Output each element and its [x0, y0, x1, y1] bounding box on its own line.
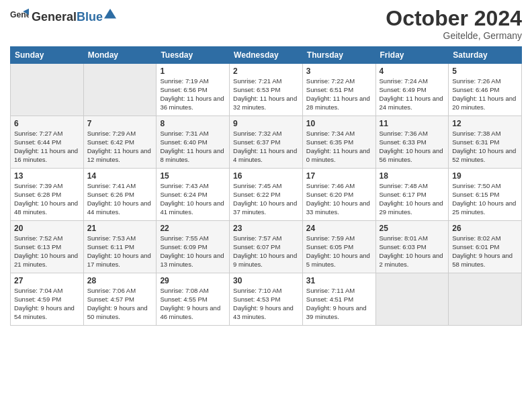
- cell-text: Sunrise: 7:46 AM Sunset: 6:20 PM Dayligh…: [306, 182, 372, 216]
- day-header-tuesday: Tuesday: [157, 47, 230, 64]
- day-number: 20: [14, 224, 80, 233]
- cell-text: Sunrise: 7:24 AM Sunset: 6:49 PM Dayligh…: [380, 77, 445, 111]
- week-row-5: 27Sunrise: 7:04 AM Sunset: 4:59 PM Dayli…: [11, 273, 522, 326]
- day-number: 9: [233, 119, 299, 128]
- day-header-monday: Monday: [83, 47, 157, 64]
- cell-text: Sunrise: 7:32 AM Sunset: 6:37 PM Dayligh…: [233, 130, 299, 164]
- table-cell: 18Sunrise: 7:48 AM Sunset: 6:17 PM Dayli…: [375, 169, 449, 221]
- day-header-saturday: Saturday: [449, 47, 522, 64]
- cell-text: Sunrise: 7:53 AM Sunset: 6:11 PM Dayligh…: [87, 234, 153, 269]
- day-number: 16: [233, 171, 299, 181]
- table-cell: 21Sunrise: 7:53 AM Sunset: 6:11 PM Dayli…: [83, 221, 157, 273]
- table-cell: 2Sunrise: 7:21 AM Sunset: 6:53 PM Daylig…: [230, 64, 303, 116]
- cell-text: Sunrise: 7:29 AM Sunset: 6:42 PM Dayligh…: [87, 130, 153, 164]
- cell-text: Sunrise: 7:38 AM Sunset: 6:31 PM Dayligh…: [452, 130, 518, 164]
- table-cell: 29Sunrise: 7:08 AM Sunset: 4:55 PM Dayli…: [157, 273, 230, 326]
- table-cell: 27Sunrise: 7:04 AM Sunset: 4:59 PM Dayli…: [11, 273, 84, 326]
- table-cell: 15Sunrise: 7:43 AM Sunset: 6:24 PM Dayli…: [157, 169, 230, 221]
- day-number: 17: [306, 171, 372, 181]
- table-cell: [375, 273, 449, 326]
- day-number: 26: [452, 224, 518, 233]
- day-number: 28: [87, 276, 153, 285]
- table-cell: 17Sunrise: 7:46 AM Sunset: 6:20 PM Dayli…: [302, 169, 375, 221]
- calendar-header-row: SundayMondayTuesdayWednesdayThursdayFrid…: [11, 47, 522, 64]
- day-number: 24: [306, 224, 372, 233]
- day-number: 22: [160, 224, 226, 233]
- logo-blue: Blue: [77, 10, 103, 24]
- day-number: 1: [160, 66, 226, 76]
- table-cell: 25Sunrise: 8:01 AM Sunset: 6:03 PM Dayli…: [375, 221, 449, 273]
- day-header-wednesday: Wednesday: [230, 47, 303, 64]
- day-number: 30: [233, 276, 299, 285]
- subtitle: Geitelde, Germany: [386, 30, 522, 41]
- table-cell: [11, 64, 84, 116]
- day-header-sunday: Sunday: [11, 47, 84, 64]
- cell-text: Sunrise: 7:39 AM Sunset: 6:28 PM Dayligh…: [14, 182, 80, 216]
- table-cell: 3Sunrise: 7:22 AM Sunset: 6:51 PM Daylig…: [302, 64, 375, 116]
- day-number: 12: [452, 119, 518, 128]
- day-number: 3: [306, 66, 372, 76]
- table-cell: [449, 273, 522, 326]
- week-row-2: 6Sunrise: 7:27 AM Sunset: 6:44 PM Daylig…: [11, 116, 522, 169]
- cell-text: Sunrise: 7:36 AM Sunset: 6:33 PM Dayligh…: [380, 130, 445, 164]
- day-header-thursday: Thursday: [302, 47, 375, 64]
- table-cell: 8Sunrise: 7:31 AM Sunset: 6:40 PM Daylig…: [157, 116, 230, 169]
- day-number: 29: [160, 276, 226, 285]
- day-number: 6: [14, 119, 80, 128]
- cell-text: Sunrise: 7:27 AM Sunset: 6:44 PM Dayligh…: [14, 130, 80, 164]
- week-row-3: 13Sunrise: 7:39 AM Sunset: 6:28 PM Dayli…: [11, 169, 522, 221]
- cell-text: Sunrise: 7:31 AM Sunset: 6:40 PM Dayligh…: [160, 130, 226, 164]
- table-cell: 22Sunrise: 7:55 AM Sunset: 6:09 PM Dayli…: [157, 221, 230, 273]
- cell-text: Sunrise: 7:21 AM Sunset: 6:53 PM Dayligh…: [233, 77, 299, 111]
- day-number: 7: [87, 119, 153, 128]
- week-row-1: 1Sunrise: 7:19 AM Sunset: 6:56 PM Daylig…: [11, 64, 522, 116]
- table-cell: 5Sunrise: 7:26 AM Sunset: 6:46 PM Daylig…: [449, 64, 522, 116]
- cell-text: Sunrise: 7:19 AM Sunset: 6:56 PM Dayligh…: [160, 77, 226, 111]
- table-cell: 30Sunrise: 7:10 AM Sunset: 4:53 PM Dayli…: [230, 273, 303, 326]
- table-cell: 9Sunrise: 7:32 AM Sunset: 6:37 PM Daylig…: [230, 116, 303, 169]
- day-number: 10: [306, 119, 372, 128]
- cell-text: Sunrise: 8:02 AM Sunset: 6:01 PM Dayligh…: [452, 234, 518, 269]
- day-number: 19: [452, 171, 518, 181]
- table-cell: 4Sunrise: 7:24 AM Sunset: 6:49 PM Daylig…: [375, 64, 449, 116]
- day-number: 2: [233, 66, 299, 76]
- cell-text: Sunrise: 7:48 AM Sunset: 6:17 PM Dayligh…: [380, 182, 445, 216]
- table-cell: 28Sunrise: 7:06 AM Sunset: 4:57 PM Dayli…: [83, 273, 157, 326]
- month-title: October 2024: [386, 7, 522, 30]
- header: General General Blue October 2024 Geitel…: [10, 7, 522, 41]
- day-number: 5: [452, 66, 518, 76]
- week-row-4: 20Sunrise: 7:52 AM Sunset: 6:13 PM Dayli…: [11, 221, 522, 273]
- day-number: 27: [14, 276, 80, 285]
- cell-text: Sunrise: 7:10 AM Sunset: 4:53 PM Dayligh…: [233, 287, 299, 321]
- day-number: 18: [380, 171, 445, 181]
- day-number: 25: [380, 224, 445, 233]
- table-cell: 26Sunrise: 8:02 AM Sunset: 6:01 PM Dayli…: [449, 221, 522, 273]
- table-cell: [83, 64, 157, 116]
- table-cell: 11Sunrise: 7:36 AM Sunset: 6:33 PM Dayli…: [375, 116, 449, 169]
- table-cell: 20Sunrise: 7:52 AM Sunset: 6:13 PM Dayli…: [11, 221, 84, 273]
- table-cell: 12Sunrise: 7:38 AM Sunset: 6:31 PM Dayli…: [449, 116, 522, 169]
- logo-general: General: [32, 10, 77, 24]
- logo-triangle-icon: [104, 9, 116, 21]
- cell-text: Sunrise: 7:43 AM Sunset: 6:24 PM Dayligh…: [160, 182, 226, 216]
- cell-text: Sunrise: 7:04 AM Sunset: 4:59 PM Dayligh…: [14, 287, 80, 321]
- day-number: 14: [87, 171, 153, 181]
- table-cell: 13Sunrise: 7:39 AM Sunset: 6:28 PM Dayli…: [11, 169, 84, 221]
- page: General General Blue October 2024 Geitel…: [0, 0, 532, 411]
- day-number: 13: [14, 171, 80, 181]
- cell-text: Sunrise: 7:22 AM Sunset: 6:51 PM Dayligh…: [306, 77, 372, 111]
- table-cell: 14Sunrise: 7:41 AM Sunset: 6:26 PM Dayli…: [83, 169, 157, 221]
- day-number: 4: [380, 66, 445, 76]
- svg-marker-2: [104, 9, 116, 18]
- cell-text: Sunrise: 7:50 AM Sunset: 6:15 PM Dayligh…: [452, 182, 518, 216]
- cell-text: Sunrise: 8:01 AM Sunset: 6:03 PM Dayligh…: [380, 234, 445, 269]
- day-number: 31: [306, 276, 372, 285]
- table-cell: 1Sunrise: 7:19 AM Sunset: 6:56 PM Daylig…: [157, 64, 230, 116]
- cell-text: Sunrise: 7:11 AM Sunset: 4:51 PM Dayligh…: [306, 287, 372, 321]
- table-cell: 23Sunrise: 7:57 AM Sunset: 6:07 PM Dayli…: [230, 221, 303, 273]
- cell-text: Sunrise: 7:55 AM Sunset: 6:09 PM Dayligh…: [160, 234, 226, 269]
- cell-text: Sunrise: 7:08 AM Sunset: 4:55 PM Dayligh…: [160, 287, 226, 321]
- cell-text: Sunrise: 7:45 AM Sunset: 6:22 PM Dayligh…: [233, 182, 299, 216]
- cell-text: Sunrise: 7:41 AM Sunset: 6:26 PM Dayligh…: [87, 182, 153, 216]
- logo-icon: General: [10, 7, 29, 26]
